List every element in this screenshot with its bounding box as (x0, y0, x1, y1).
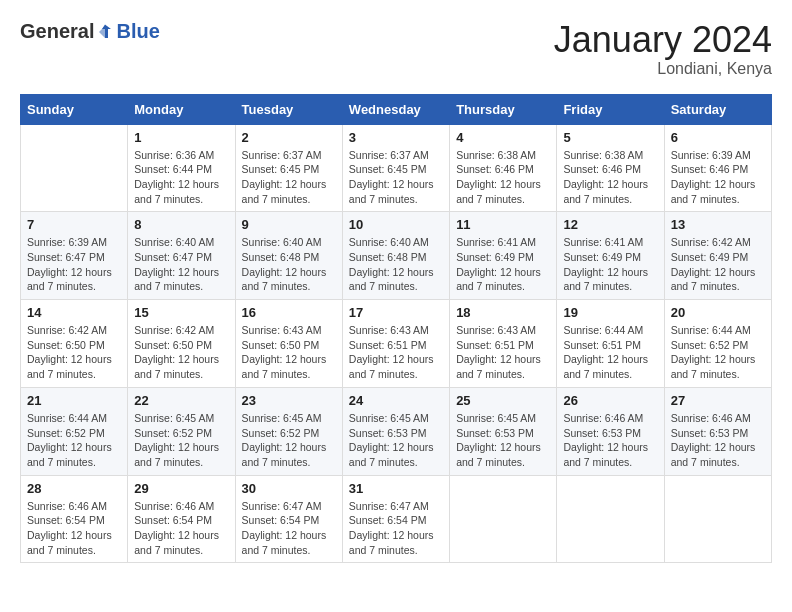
calendar-cell: 24Sunrise: 6:45 AMSunset: 6:53 PMDayligh… (342, 387, 449, 475)
day-number: 7 (27, 217, 121, 232)
month-title: January 2024 (554, 20, 772, 60)
calendar-cell: 8Sunrise: 6:40 AMSunset: 6:47 PMDaylight… (128, 212, 235, 300)
day-number: 17 (349, 305, 443, 320)
day-number: 19 (563, 305, 657, 320)
day-info: Sunrise: 6:40 AMSunset: 6:47 PMDaylight:… (134, 235, 228, 294)
day-number: 10 (349, 217, 443, 232)
day-number: 1 (134, 130, 228, 145)
logo-icon (96, 23, 114, 41)
weekday-header: Friday (557, 94, 664, 124)
calendar-cell: 25Sunrise: 6:45 AMSunset: 6:53 PMDayligh… (450, 387, 557, 475)
day-info: Sunrise: 6:45 AMSunset: 6:52 PMDaylight:… (242, 411, 336, 470)
day-number: 11 (456, 217, 550, 232)
calendar-cell (664, 475, 771, 563)
day-number: 27 (671, 393, 765, 408)
calendar-cell: 13Sunrise: 6:42 AMSunset: 6:49 PMDayligh… (664, 212, 771, 300)
calendar-week-row: 28Sunrise: 6:46 AMSunset: 6:54 PMDayligh… (21, 475, 772, 563)
day-number: 8 (134, 217, 228, 232)
day-number: 12 (563, 217, 657, 232)
day-number: 21 (27, 393, 121, 408)
day-info: Sunrise: 6:40 AMSunset: 6:48 PMDaylight:… (349, 235, 443, 294)
day-info: Sunrise: 6:38 AMSunset: 6:46 PMDaylight:… (456, 148, 550, 207)
weekday-header: Wednesday (342, 94, 449, 124)
calendar-week-row: 1Sunrise: 6:36 AMSunset: 6:44 PMDaylight… (21, 124, 772, 212)
calendar-body: 1Sunrise: 6:36 AMSunset: 6:44 PMDaylight… (21, 124, 772, 563)
title-section: January 2024 Londiani, Kenya (554, 20, 772, 78)
day-info: Sunrise: 6:44 AMSunset: 6:51 PMDaylight:… (563, 323, 657, 382)
day-info: Sunrise: 6:46 AMSunset: 6:54 PMDaylight:… (27, 499, 121, 558)
day-number: 14 (27, 305, 121, 320)
day-number: 31 (349, 481, 443, 496)
weekday-header: Thursday (450, 94, 557, 124)
day-number: 28 (27, 481, 121, 496)
logo-general: General (20, 20, 94, 43)
calendar-cell: 12Sunrise: 6:41 AMSunset: 6:49 PMDayligh… (557, 212, 664, 300)
day-number: 29 (134, 481, 228, 496)
day-info: Sunrise: 6:43 AMSunset: 6:51 PMDaylight:… (349, 323, 443, 382)
calendar-cell: 30Sunrise: 6:47 AMSunset: 6:54 PMDayligh… (235, 475, 342, 563)
calendar-cell: 20Sunrise: 6:44 AMSunset: 6:52 PMDayligh… (664, 300, 771, 388)
calendar-cell: 26Sunrise: 6:46 AMSunset: 6:53 PMDayligh… (557, 387, 664, 475)
calendar-week-row: 7Sunrise: 6:39 AMSunset: 6:47 PMDaylight… (21, 212, 772, 300)
calendar-cell: 29Sunrise: 6:46 AMSunset: 6:54 PMDayligh… (128, 475, 235, 563)
calendar-cell: 2Sunrise: 6:37 AMSunset: 6:45 PMDaylight… (235, 124, 342, 212)
day-info: Sunrise: 6:41 AMSunset: 6:49 PMDaylight:… (563, 235, 657, 294)
logo: General Blue (20, 20, 160, 43)
calendar-cell: 17Sunrise: 6:43 AMSunset: 6:51 PMDayligh… (342, 300, 449, 388)
day-number: 23 (242, 393, 336, 408)
calendar-cell: 31Sunrise: 6:47 AMSunset: 6:54 PMDayligh… (342, 475, 449, 563)
day-info: Sunrise: 6:37 AMSunset: 6:45 PMDaylight:… (242, 148, 336, 207)
day-info: Sunrise: 6:40 AMSunset: 6:48 PMDaylight:… (242, 235, 336, 294)
day-info: Sunrise: 6:44 AMSunset: 6:52 PMDaylight:… (27, 411, 121, 470)
day-info: Sunrise: 6:45 AMSunset: 6:53 PMDaylight:… (349, 411, 443, 470)
day-number: 22 (134, 393, 228, 408)
calendar-cell: 27Sunrise: 6:46 AMSunset: 6:53 PMDayligh… (664, 387, 771, 475)
day-info: Sunrise: 6:47 AMSunset: 6:54 PMDaylight:… (242, 499, 336, 558)
calendar-cell: 28Sunrise: 6:46 AMSunset: 6:54 PMDayligh… (21, 475, 128, 563)
weekday-header: Monday (128, 94, 235, 124)
location-title: Londiani, Kenya (554, 60, 772, 78)
day-number: 15 (134, 305, 228, 320)
calendar-cell: 16Sunrise: 6:43 AMSunset: 6:50 PMDayligh… (235, 300, 342, 388)
calendar-table: SundayMondayTuesdayWednesdayThursdayFrid… (20, 94, 772, 564)
day-number: 18 (456, 305, 550, 320)
day-info: Sunrise: 6:42 AMSunset: 6:50 PMDaylight:… (27, 323, 121, 382)
calendar-cell: 22Sunrise: 6:45 AMSunset: 6:52 PMDayligh… (128, 387, 235, 475)
calendar-cell: 1Sunrise: 6:36 AMSunset: 6:44 PMDaylight… (128, 124, 235, 212)
calendar-cell: 19Sunrise: 6:44 AMSunset: 6:51 PMDayligh… (557, 300, 664, 388)
day-info: Sunrise: 6:38 AMSunset: 6:46 PMDaylight:… (563, 148, 657, 207)
calendar-week-row: 21Sunrise: 6:44 AMSunset: 6:52 PMDayligh… (21, 387, 772, 475)
day-number: 3 (349, 130, 443, 145)
day-number: 9 (242, 217, 336, 232)
day-info: Sunrise: 6:45 AMSunset: 6:52 PMDaylight:… (134, 411, 228, 470)
day-number: 16 (242, 305, 336, 320)
day-info: Sunrise: 6:44 AMSunset: 6:52 PMDaylight:… (671, 323, 765, 382)
day-number: 25 (456, 393, 550, 408)
day-info: Sunrise: 6:39 AMSunset: 6:47 PMDaylight:… (27, 235, 121, 294)
day-number: 26 (563, 393, 657, 408)
day-number: 6 (671, 130, 765, 145)
day-number: 20 (671, 305, 765, 320)
weekday-header: Tuesday (235, 94, 342, 124)
page-header: General Blue January 2024 Londiani, Keny… (20, 20, 772, 78)
day-number: 30 (242, 481, 336, 496)
day-info: Sunrise: 6:42 AMSunset: 6:49 PMDaylight:… (671, 235, 765, 294)
day-number: 5 (563, 130, 657, 145)
logo-blue: Blue (116, 20, 159, 43)
calendar-cell: 10Sunrise: 6:40 AMSunset: 6:48 PMDayligh… (342, 212, 449, 300)
calendar-cell (557, 475, 664, 563)
calendar-cell: 3Sunrise: 6:37 AMSunset: 6:45 PMDaylight… (342, 124, 449, 212)
calendar-week-row: 14Sunrise: 6:42 AMSunset: 6:50 PMDayligh… (21, 300, 772, 388)
day-info: Sunrise: 6:45 AMSunset: 6:53 PMDaylight:… (456, 411, 550, 470)
day-info: Sunrise: 6:39 AMSunset: 6:46 PMDaylight:… (671, 148, 765, 207)
calendar-cell: 5Sunrise: 6:38 AMSunset: 6:46 PMDaylight… (557, 124, 664, 212)
calendar-cell: 15Sunrise: 6:42 AMSunset: 6:50 PMDayligh… (128, 300, 235, 388)
header-row: SundayMondayTuesdayWednesdayThursdayFrid… (21, 94, 772, 124)
day-info: Sunrise: 6:42 AMSunset: 6:50 PMDaylight:… (134, 323, 228, 382)
day-number: 13 (671, 217, 765, 232)
calendar-cell (450, 475, 557, 563)
day-number: 24 (349, 393, 443, 408)
day-info: Sunrise: 6:37 AMSunset: 6:45 PMDaylight:… (349, 148, 443, 207)
day-info: Sunrise: 6:43 AMSunset: 6:51 PMDaylight:… (456, 323, 550, 382)
calendar-cell: 11Sunrise: 6:41 AMSunset: 6:49 PMDayligh… (450, 212, 557, 300)
